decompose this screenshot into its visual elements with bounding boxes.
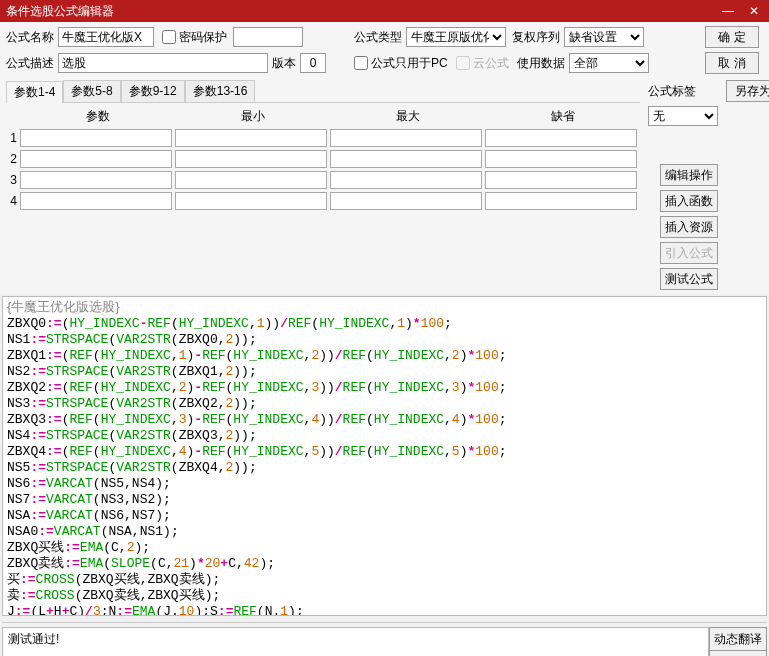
- param-row-num: 1: [6, 131, 20, 145]
- usedata-select[interactable]: 全部: [569, 53, 649, 73]
- param-cell[interactable]: [175, 129, 327, 147]
- message-area: 测试通过!: [2, 627, 709, 656]
- name-input[interactable]: [58, 27, 154, 47]
- param-row-num: 3: [6, 173, 20, 187]
- param-row-num: 4: [6, 194, 20, 208]
- param-cell[interactable]: [20, 129, 172, 147]
- desc-input[interactable]: [58, 53, 268, 73]
- pwd-label: 密码保护: [179, 29, 227, 46]
- param-row: 3: [6, 171, 640, 189]
- pconly-label: 公式只用于PC: [371, 55, 448, 72]
- window-title: 条件选股公式编辑器: [6, 3, 715, 20]
- ver-label: 版本: [272, 55, 296, 72]
- test-button[interactable]: 测试公式: [660, 268, 718, 290]
- param-row-num: 2: [6, 152, 20, 166]
- param-cell[interactable]: [20, 150, 172, 168]
- param-cell[interactable]: [20, 171, 172, 189]
- param-header: 最小: [175, 107, 330, 126]
- param-row: 4: [6, 192, 640, 210]
- param-cell[interactable]: [330, 129, 482, 147]
- param-row: 1: [6, 129, 640, 147]
- type-select[interactable]: 牛魔王原版优化: [406, 27, 506, 47]
- param-cell[interactable]: [485, 129, 637, 147]
- param-tab-0[interactable]: 参数1-4: [6, 81, 63, 103]
- pconly-checkbox[interactable]: [354, 56, 368, 70]
- desc-label: 公式描述: [6, 55, 58, 72]
- param-cell[interactable]: [330, 150, 482, 168]
- pwd-input[interactable]: [233, 27, 303, 47]
- cloud-label: 云公式: [473, 55, 509, 72]
- param-cell[interactable]: [485, 171, 637, 189]
- ok-button[interactable]: 确 定: [705, 26, 759, 48]
- name-label: 公式名称: [6, 29, 58, 46]
- saveas-button[interactable]: 另存为: [726, 80, 769, 102]
- usedata-label: 使用数据: [517, 55, 569, 72]
- minimize-icon[interactable]: —: [715, 1, 741, 21]
- param-cell[interactable]: [175, 192, 327, 210]
- titlebar[interactable]: 条件选股公式编辑器 — ✕: [0, 0, 769, 22]
- seq-label: 复权序列: [512, 29, 564, 46]
- import-button[interactable]: 引入公式: [660, 242, 718, 264]
- param-cell[interactable]: [175, 150, 327, 168]
- param-cell[interactable]: [485, 150, 637, 168]
- code-editor[interactable]: {牛魔王优化版选股} ZBXQ0:=(HY_INDEXC-REF(HY_INDE…: [2, 296, 767, 616]
- param-header: 最大: [330, 107, 485, 126]
- param-row: 2: [6, 150, 640, 168]
- seq-select[interactable]: 缺省设置: [564, 27, 644, 47]
- code-title: {牛魔王优化版选股}: [7, 299, 120, 314]
- cloud-checkbox: [456, 56, 470, 70]
- result-button[interactable]: 测试结果: [709, 651, 767, 656]
- param-header: 缺省: [485, 107, 640, 126]
- param-cell[interactable]: [330, 171, 482, 189]
- ver-input[interactable]: [300, 53, 326, 73]
- close-icon[interactable]: ✕: [741, 1, 767, 21]
- editop-button[interactable]: 编辑操作: [660, 164, 718, 186]
- dyn-button[interactable]: 动态翻译: [709, 627, 767, 651]
- insres-button[interactable]: 插入资源: [660, 216, 718, 238]
- pwd-checkbox[interactable]: [162, 30, 176, 44]
- type-label: 公式类型: [354, 29, 406, 46]
- insfunc-button[interactable]: 插入函数: [660, 190, 718, 212]
- cancel-button[interactable]: 取 消: [705, 52, 759, 74]
- param-tab-1[interactable]: 参数5-8: [63, 80, 120, 102]
- param-header: 参数: [20, 107, 175, 126]
- param-tab-3[interactable]: 参数13-16: [185, 80, 256, 102]
- param-tabs: 参数1-4参数5-8参数9-12参数13-16: [6, 80, 640, 103]
- param-tab-2[interactable]: 参数9-12: [121, 80, 185, 102]
- param-cell[interactable]: [330, 192, 482, 210]
- param-cell[interactable]: [485, 192, 637, 210]
- tag-select[interactable]: 无: [648, 106, 718, 126]
- param-cell[interactable]: [175, 171, 327, 189]
- param-cell[interactable]: [20, 192, 172, 210]
- tag-label: 公式标签: [648, 83, 700, 100]
